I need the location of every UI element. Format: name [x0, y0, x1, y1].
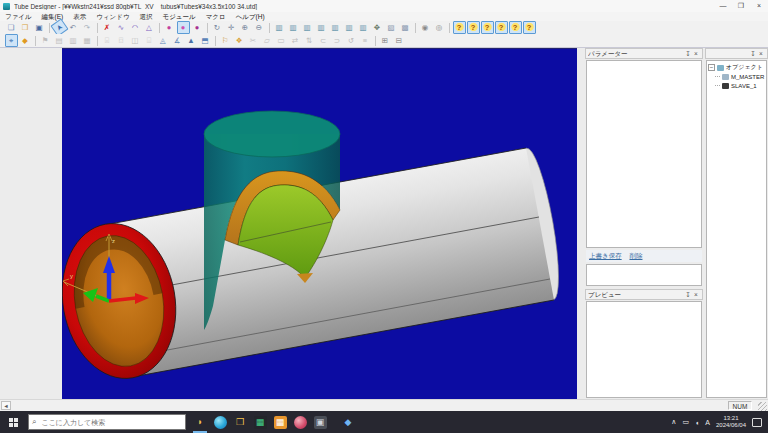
- align-icon[interactable]: ≡: [359, 34, 372, 47]
- overwrite-save-link[interactable]: 上書き保存: [589, 252, 622, 259]
- app-blue-icon-button[interactable]: ◆: [338, 411, 358, 433]
- maximize-button[interactable]: ❐: [732, 0, 750, 12]
- stamp-icon-3[interactable]: ▦: [81, 34, 94, 47]
- pin-icon[interactable]: ↧: [684, 290, 692, 299]
- calendar-app-icon-button[interactable]: ▦: [270, 411, 290, 433]
- camera-view-icon[interactable]: ⌖: [5, 34, 18, 47]
- grid-toggle-icon[interactable]: ⊞: [379, 34, 392, 47]
- target-icon[interactable]: ◎: [433, 21, 446, 34]
- close-icon[interactable]: ×: [692, 49, 700, 58]
- app-red-icon-button[interactable]: [290, 411, 310, 433]
- cut-icon[interactable]: ✂: [247, 34, 260, 47]
- view-iso-icon[interactable]: ▥: [357, 21, 370, 34]
- zoom-in-icon[interactable]: ⊕: [239, 21, 252, 34]
- view-back-icon[interactable]: ▥: [287, 21, 300, 34]
- new-file-icon[interactable]: ❏: [5, 21, 18, 34]
- fit-view-icon[interactable]: ✥: [371, 21, 384, 34]
- flip-icon[interactable]: ⇅: [303, 34, 316, 47]
- menu-item-1[interactable]: 編集(E): [37, 12, 69, 21]
- pin-icon[interactable]: ↧: [684, 49, 692, 58]
- view-left-icon[interactable]: ▥: [301, 21, 314, 34]
- swap-icon[interactable]: ⇄: [289, 34, 302, 47]
- taskbar-clock[interactable]: 13:21 2024/06/04: [716, 415, 746, 429]
- menu-item-5[interactable]: モジュール: [158, 12, 201, 21]
- close-icon[interactable]: ×: [692, 290, 700, 299]
- layers-icon[interactable]: ⬒: [199, 34, 212, 47]
- close-icon[interactable]: ×: [757, 49, 765, 58]
- hint-bulb-icon-5[interactable]: ?: [509, 21, 522, 34]
- stamp-icon-2[interactable]: ▥: [67, 34, 80, 47]
- menu-item-7[interactable]: ヘルプ(H): [231, 12, 270, 21]
- sphere-tool-icon-3[interactable]: ●: [191, 21, 204, 34]
- scroll-left-button[interactable]: ◄: [1, 401, 11, 410]
- view-front-icon[interactable]: ▥: [273, 21, 286, 34]
- pipe-end-icon[interactable]: ⌼: [115, 34, 128, 47]
- sketch-plane-icon[interactable]: △: [143, 21, 156, 34]
- zoom-out-icon[interactable]: ⊖: [253, 21, 266, 34]
- hint-bulb-icon-4[interactable]: ?: [495, 21, 508, 34]
- viewport-splitter[interactable]: [577, 48, 585, 399]
- rotate-view-icon[interactable]: ↻: [211, 21, 224, 34]
- app-gray-icon-button[interactable]: ▣: [310, 411, 330, 433]
- close-button[interactable]: ×: [750, 0, 768, 12]
- view-top-icon[interactable]: ▥: [329, 21, 342, 34]
- palette-icon[interactable]: ❖: [233, 34, 246, 47]
- shaded-view-icon[interactable]: ▧: [385, 21, 398, 34]
- rotate-part-icon[interactable]: ↺: [345, 34, 358, 47]
- menu-item-4[interactable]: 選択: [135, 12, 158, 21]
- link-icon[interactable]: ◉: [419, 21, 432, 34]
- material-diamond-icon[interactable]: ◆: [19, 34, 32, 47]
- copy-icon[interactable]: ▱: [261, 34, 274, 47]
- hint-bulb-icon-6[interactable]: ?: [523, 21, 536, 34]
- redo-icon[interactable]: ↷: [81, 21, 94, 34]
- menu-item-2[interactable]: 表示: [68, 12, 91, 21]
- stamp-icon-1[interactable]: ▤: [53, 34, 66, 47]
- delete-tool-icon[interactable]: ✗: [101, 21, 114, 34]
- delete-link[interactable]: 削除: [629, 252, 642, 259]
- file-explorer-icon-button[interactable]: ❒: [230, 411, 250, 433]
- hint-bulb-icon-1[interactable]: ?: [453, 21, 466, 34]
- subset-icon[interactable]: ⊂: [317, 34, 330, 47]
- tree-item-m-master[interactable]: M_MASTER: [707, 72, 766, 81]
- taskbar-search[interactable]: ⌕: [28, 414, 186, 430]
- sphere-tool-icon-1[interactable]: ●: [163, 21, 176, 34]
- app-cheese-icon-button[interactable]: ◗: [190, 411, 210, 433]
- paint-flag-icon[interactable]: ⚐: [219, 34, 232, 47]
- menu-item-6[interactable]: マクロ: [201, 12, 231, 21]
- tray-chevron-icon[interactable]: ∧: [671, 418, 676, 426]
- paste-icon[interactable]: ▭: [275, 34, 288, 47]
- weld-icon[interactable]: ◬: [157, 34, 170, 47]
- menu-item-3[interactable]: ウィンドウ: [91, 12, 134, 21]
- save-icon[interactable]: ▣: [33, 21, 46, 34]
- view-bottom-icon[interactable]: ▥: [343, 21, 356, 34]
- speaker-icon[interactable]: ◖: [695, 419, 699, 426]
- pan-view-icon[interactable]: ✛: [225, 21, 238, 34]
- units-toggle-icon[interactable]: ⊟: [393, 34, 406, 47]
- view-right-icon[interactable]: ▥: [315, 21, 328, 34]
- wireframe-view-icon[interactable]: ▩: [399, 21, 412, 34]
- collapse-icon[interactable]: −: [708, 64, 715, 71]
- sketch-curve-icon[interactable]: ∿: [115, 21, 128, 34]
- minimize-button[interactable]: —: [714, 0, 732, 12]
- flag-icon[interactable]: ⚑: [39, 34, 52, 47]
- marker-icon[interactable]: ▲: [185, 34, 198, 47]
- pin-icon[interactable]: ↧: [749, 49, 757, 58]
- app-dark-icon-button[interactable]: ▦: [250, 411, 270, 433]
- hint-bulb-icon-2[interactable]: ?: [467, 21, 480, 34]
- tree-item-slave-1[interactable]: SLAVE_1: [707, 81, 766, 90]
- sketch-arc-icon[interactable]: ◠: [129, 21, 142, 34]
- clamp-icon[interactable]: ⌻: [101, 34, 114, 47]
- notification-center-icon[interactable]: [752, 418, 762, 427]
- notch-icon[interactable]: ◫: [129, 34, 142, 47]
- start-button[interactable]: [0, 411, 26, 433]
- angle-measure-icon[interactable]: ∡: [171, 34, 184, 47]
- display-icon[interactable]: ▭: [682, 418, 689, 426]
- edge-browser-icon-button[interactable]: [210, 411, 230, 433]
- sphere-tool-icon-2[interactable]: ●: [177, 21, 190, 34]
- superset-icon[interactable]: ⊃: [331, 34, 344, 47]
- bend-icon[interactable]: ⌺: [143, 34, 156, 47]
- viewport-3d[interactable]: z y: [62, 48, 577, 399]
- undo-icon[interactable]: ↶: [67, 21, 80, 34]
- resize-grip[interactable]: [758, 402, 767, 411]
- ime-indicator[interactable]: A: [705, 419, 710, 426]
